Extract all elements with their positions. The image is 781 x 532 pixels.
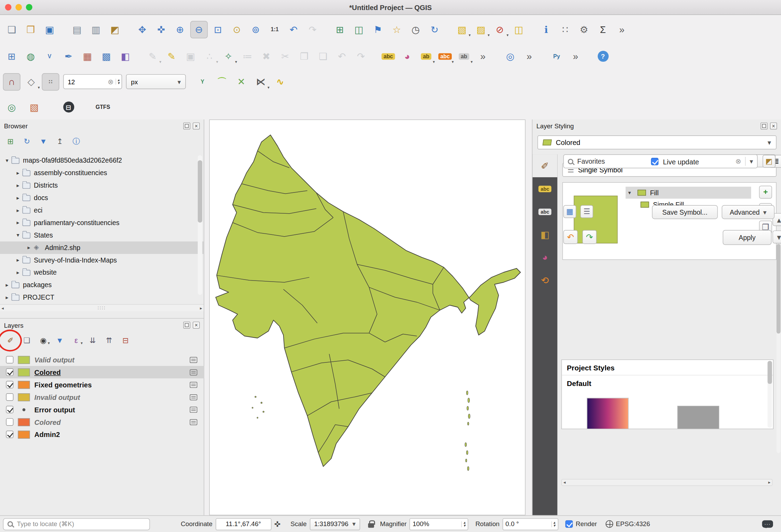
refresh-browser[interactable]: ↻ [20,135,33,147]
folder-packages[interactable]: packages [0,279,204,291]
scrollbar-thumb[interactable] [767,361,772,384]
layer-invalid-output[interactable]: Invalid output [0,391,204,403]
render-checkbox[interactable] [565,520,573,528]
expand-caret-icon[interactable] [14,269,22,276]
scrollbar-grip-icon[interactable]: ∷∷ [98,305,106,311]
coordinate-value[interactable]: 11.1°,67.46° [215,518,271,530]
layer-visibility-checkbox[interactable] [6,381,14,388]
expand-caret-icon[interactable] [14,182,22,189]
snapping-mode[interactable]: ◇ [23,73,40,90]
redo-style-button[interactable]: ↷ [582,230,597,244]
zoom-last[interactable]: ↶ [285,21,302,38]
cut-features[interactable]: ✂ [277,48,294,65]
snapping-toggle[interactable]: ∩ [3,73,20,90]
scroll-right-icon[interactable]: ▸ [768,480,771,485]
expand-all-layers[interactable]: ⇊ [86,334,99,346]
dropdown-caret-icon[interactable] [750,157,753,165]
save-symbol-button[interactable]: Save Symbol... [652,205,718,219]
folder-districts[interactable]: Districts [0,179,204,192]
collapse-all-browser[interactable]: ↥ [53,135,66,147]
scrollbar-thumb[interactable] [776,244,780,333]
gray-style-swatch[interactable] [677,406,719,429]
help[interactable]: ? [594,48,612,65]
undo-style-button[interactable]: ↶ [563,230,578,244]
open-styling-panel[interactable]: ✐ [4,334,17,346]
expand-caret-icon[interactable] [3,157,11,164]
layer-visibility-checkbox[interactable] [6,356,14,363]
live-update-checkbox[interactable] [651,158,659,165]
locate-search-field[interactable]: Type to locate (⌘K) [3,518,150,530]
icon-view-button[interactable]: ▦ [563,205,576,218]
snapping-config[interactable]: ∷ [42,73,59,90]
expand-caret-icon[interactable] [14,207,22,214]
expand-caret-icon[interactable] [14,257,22,264]
remove-layer[interactable]: ⊟ [119,334,132,346]
expand-caret-icon[interactable] [626,189,634,196]
styling-vertical-scrollbar[interactable] [776,244,780,453]
labels-tab[interactable]: abc [533,177,558,200]
folder-eci[interactable]: eci [0,204,204,217]
save-edits[interactable]: ▣ [182,48,199,65]
snap-tolerance-stepper[interactable] [116,79,120,85]
zoom-out[interactable]: ⊖ [190,21,207,38]
expand-caret-icon[interactable] [3,282,11,289]
layer-colored-2[interactable]: Colored [0,416,204,428]
float-panel-icon[interactable] [761,122,767,129]
messages-icon[interactable] [762,520,773,528]
symbology-tab[interactable]: ✐ [533,154,558,177]
delete-selected[interactable]: ✖ [257,48,275,65]
layer-visibility-checkbox[interactable] [6,368,14,376]
select-features[interactable]: ▨ [472,21,490,38]
snap-unit-select[interactable]: px [126,74,186,89]
scroll-left-icon[interactable]: ◂ [563,480,566,485]
style-item-default[interactable]: Default [562,375,773,389]
map-canvas[interactable] [209,120,526,515]
expand-caret-icon[interactable] [25,244,33,251]
options[interactable]: ⚙ [575,21,593,38]
paste-features[interactable]: ❏ [314,48,332,65]
temporal-controller[interactable]: ◷ [407,21,424,38]
undo[interactable]: ↶ [333,48,350,65]
layer-labeling[interactable]: abc [380,48,397,65]
pan-map[interactable]: ✥ [134,21,151,38]
layer-visibility-checkbox[interactable] [6,393,14,401]
copy-features[interactable]: ❐ [295,48,313,65]
project-save[interactable]: ▣ [41,21,58,38]
history-tab[interactable]: ⟲ [533,269,558,292]
close-panel-icon[interactable] [193,321,200,328]
folder-maps[interactable]: maps-0fa9fd850eda3d2062e66f2 [0,154,204,167]
current-edits[interactable]: ✎ [144,48,161,65]
folder-states[interactable]: States [0,229,204,241]
expand-caret-icon[interactable] [3,294,11,301]
layer-visibility-checkbox[interactable] [6,431,14,438]
scroll-left-icon[interactable]: ◂ [1,306,4,310]
digitize-tool[interactable]: ∴ [201,48,218,65]
close-window-button[interactable] [5,4,11,10]
python-console[interactable]: Py [548,48,565,65]
styled-layer-select[interactable]: Colored [537,135,776,149]
style-list-scrollbar[interactable] [767,361,772,428]
quickmap-plugin[interactable]: ▧ [25,98,43,116]
minimize-window-button[interactable] [16,4,22,10]
folder-parliamentary-constituencies[interactable]: parliamentary-constituencies [0,216,204,229]
expand-caret-icon[interactable] [14,232,22,239]
lock-scale-icon[interactable] [368,523,374,528]
browser-horizontal-scrollbar[interactable]: ◂ ∷∷ ▸ [0,304,204,311]
folder-website[interactable]: website [0,266,204,279]
view-3d-tab[interactable]: ◧ [533,223,558,246]
scrollbar-thumb[interactable] [198,160,202,222]
show-layout-manager[interactable]: ▥ [87,21,104,38]
expand-caret-icon[interactable] [14,195,22,201]
browser-properties[interactable]: ⓘ [70,135,83,147]
manage-map-themes[interactable]: ◉ [37,334,50,346]
extents-toggle-icon[interactable] [274,520,280,529]
diagrams-tab[interactable]: ◕ [533,246,558,269]
layer-visibility-checkbox[interactable] [6,406,14,413]
filter-browser[interactable]: ▼ [37,135,50,147]
close-panel-icon[interactable] [770,122,777,129]
layer-visibility-checkbox[interactable] [6,418,14,426]
collapse-all-layers[interactable]: ⇈ [103,334,116,346]
snap-tolerance-field[interactable]: 12 [63,74,122,89]
redo[interactable]: ↷ [352,48,370,65]
folder-survey-of-india-index-maps[interactable]: Survey-of-India-Index-Maps [0,254,204,266]
